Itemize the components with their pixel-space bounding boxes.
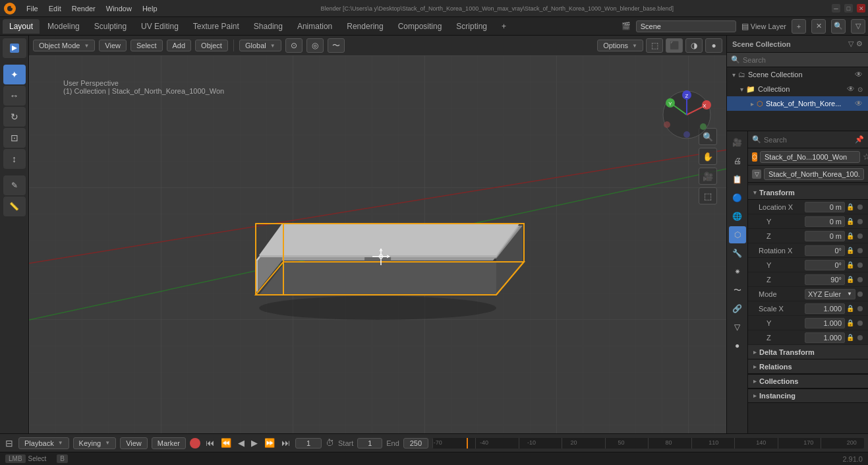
prop-data-tab[interactable]: ▽ — [729, 319, 746, 336]
scale-z-value[interactable]: 1.000 — [805, 332, 845, 343]
menu-file[interactable]: File — [21, 3, 43, 15]
add-workspace-button[interactable]: + — [495, 19, 513, 34]
scale-x-value[interactable]: 1.000 — [805, 303, 845, 314]
scale-z-keyframe[interactable] — [857, 335, 863, 340]
rotation-mode-keyframe[interactable] — [857, 292, 863, 297]
outliner-object-item[interactable]: ▸ ⬡ Stack_of_North_Kore... 👁 — [727, 96, 868, 111]
location-x-value[interactable]: 0 m — [805, 202, 845, 212]
prop-search-input[interactable] — [761, 136, 855, 144]
outliner-collection[interactable]: ▾ 📁 Collection 👁 ⊙ — [727, 82, 868, 96]
end-frame-input[interactable] — [403, 438, 428, 449]
proportional-edit-button[interactable]: ◎ — [306, 38, 324, 53]
collections-header[interactable]: ▸ Collections — [748, 374, 868, 388]
delta-transform-header[interactable]: ▸ Delta Transform — [748, 345, 868, 359]
viewport-shading-material[interactable]: ◑ — [685, 38, 703, 53]
outliner-settings-icon[interactable]: ⚙ — [856, 40, 863, 48]
rotation-mode-dropdown[interactable]: XYZ Euler ▼ — [805, 289, 855, 299]
viewport-shading-solid[interactable]: ⬛ — [666, 38, 683, 53]
rotation-x-keyframe[interactable] — [857, 248, 863, 253]
prop-scene-tab[interactable]: 🔵 — [729, 189, 746, 206]
transform-orientation-dropdown[interactable]: Global▼ — [239, 40, 281, 51]
viewlayer-settings-button[interactable]: ✕ — [811, 19, 826, 34]
location-x-keyframe[interactable] — [857, 204, 863, 210]
menu-window[interactable]: Window — [101, 3, 137, 15]
object-mode-dropdown[interactable]: Object Mode▼ — [33, 40, 95, 51]
add-viewlayer-button[interactable]: + — [792, 19, 806, 34]
tab-uv-editing[interactable]: UV Editing — [134, 19, 185, 34]
prop-output-tab[interactable]: 🖨 — [729, 152, 746, 170]
object-visibility[interactable]: 👁 — [855, 99, 863, 108]
rotate-tool[interactable]: ↻ — [3, 107, 26, 127]
proportional-falloff-button[interactable]: 〜 — [328, 38, 345, 53]
mode-selector[interactable] — [3, 38, 26, 58]
object-name-input[interactable] — [760, 151, 860, 163]
annotate-tool[interactable]: ✎ — [3, 175, 26, 195]
location-y-lock[interactable]: 🔒 — [846, 218, 854, 225]
rotation-x-value[interactable]: 0° — [805, 245, 845, 256]
prop-render-tab[interactable]: 🎥 — [729, 134, 746, 151]
prop-physics-tab[interactable]: 〜 — [729, 282, 746, 299]
start-frame-input[interactable] — [357, 438, 382, 449]
maximize-button[interactable]: □ — [844, 4, 853, 13]
minimize-button[interactable]: ─ — [832, 4, 840, 13]
blender-logo[interactable] — [3, 1, 17, 16]
next-keyframe-button[interactable]: ⏩ — [263, 437, 276, 449]
menu-render[interactable]: Render — [67, 3, 101, 15]
snap-button[interactable]: ⊙ — [285, 38, 303, 53]
scale-tool[interactable]: ⊡ — [3, 128, 26, 148]
timeline-scrubber[interactable]: -70 -40 -10 20 50 80 110 140 170 200 — [432, 438, 864, 449]
viewport-shading-rendered[interactable]: ● — [705, 38, 722, 53]
location-x-lock[interactable]: 🔒 — [846, 203, 854, 210]
current-frame-input[interactable] — [295, 438, 322, 449]
close-button[interactable]: ✕ — [857, 4, 865, 13]
rotation-z-lock[interactable]: 🔒 — [846, 276, 854, 283]
viewport-shading-wire[interactable]: ⬚ — [646, 38, 663, 53]
rotation-y-keyframe[interactable] — [857, 263, 863, 268]
menu-edit[interactable]: Edit — [43, 3, 67, 15]
prop-material-tab[interactable]: ● — [729, 337, 746, 354]
scene-collection-visibility[interactable]: 👁 — [855, 70, 863, 79]
filter-button[interactable]: ▽ — [851, 19, 865, 34]
rotation-y-value[interactable]: 0° — [805, 260, 845, 270]
play-button[interactable]: ▶ — [250, 437, 259, 449]
outliner-filter-icon[interactable]: ▽ — [848, 40, 854, 48]
scale-y-lock[interactable]: 🔒 — [846, 319, 854, 326]
navigation-gizmo[interactable]: X Y Z — [660, 88, 713, 141]
view-menu[interactable]: View — [99, 40, 127, 51]
outliner-search-input[interactable] — [743, 56, 864, 64]
tab-modeling[interactable]: Modeling — [41, 19, 86, 34]
tab-compositing[interactable]: Compositing — [391, 19, 449, 34]
prop-object-tab[interactable]: ⬡ — [729, 226, 746, 243]
location-y-value[interactable]: 0 m — [805, 216, 845, 227]
rotation-z-value[interactable]: 90° — [805, 274, 845, 285]
prev-keyframe-button[interactable]: ⏪ — [219, 437, 233, 449]
tab-shading[interactable]: Shading — [247, 19, 289, 34]
menu-help[interactable]: Help — [137, 3, 163, 15]
fly-navigate-button[interactable]: ✋ — [699, 148, 717, 165]
scale-y-keyframe[interactable] — [857, 321, 863, 326]
timeline-menu-icon[interactable]: ⊟ — [4, 437, 14, 450]
transform-tool[interactable]: ↕ — [3, 149, 26, 169]
prop-particles-tab[interactable]: ⁕ — [729, 263, 746, 280]
record-button[interactable] — [190, 438, 200, 449]
jump-end-button[interactable]: ⏭ — [280, 437, 291, 449]
playback-dropdown[interactable]: Playback▼ — [18, 437, 69, 449]
play-reverse-button[interactable]: ◀ — [237, 437, 246, 449]
object-menu[interactable]: Object — [195, 40, 228, 51]
search-button[interactable]: 🔍 — [831, 19, 846, 34]
marker-dropdown[interactable]: Marker — [152, 437, 186, 449]
rotation-y-lock[interactable]: 🔒 — [846, 261, 854, 268]
keying-dropdown[interactable]: Keying▼ — [73, 437, 117, 449]
collection-visibility[interactable]: 👁 — [847, 84, 855, 94]
tab-scripting[interactable]: Scripting — [449, 19, 494, 34]
collection-render-icon[interactable]: ⊙ — [857, 86, 863, 93]
add-menu[interactable]: Add — [167, 40, 192, 51]
location-z-keyframe[interactable] — [857, 233, 863, 239]
viewport-3d[interactable]: Object Mode▼ View Select Add Object Glob… — [29, 36, 726, 433]
rotation-x-lock[interactable]: 🔒 — [846, 247, 854, 254]
select-tool[interactable]: ✦ — [3, 65, 26, 84]
fake-user-button[interactable]: ☆ — [863, 152, 868, 162]
prop-constraints-tab[interactable]: 🔗 — [729, 300, 746, 317]
tab-layout[interactable]: Layout — [3, 19, 40, 34]
transform-header[interactable]: ▾ Transform — [748, 185, 868, 200]
